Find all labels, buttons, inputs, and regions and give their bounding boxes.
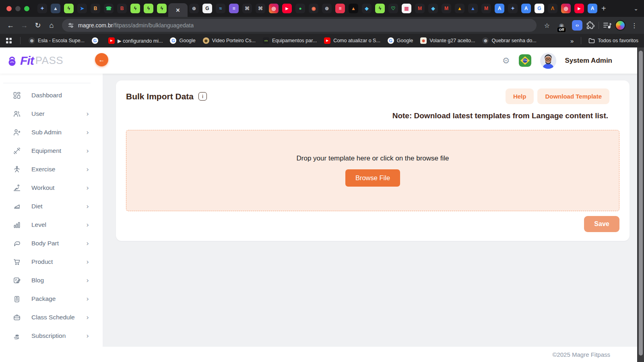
pinned-tab[interactable]: ⌘ [242, 4, 252, 13]
pinned-tab[interactable]: ▲ [349, 4, 358, 13]
pinned-tab[interactable]: M [442, 4, 451, 13]
sidebar-item-product[interactable]: Product › [0, 253, 103, 271]
pinned-tab[interactable]: ✦ [508, 4, 518, 13]
pinned-tab[interactable]: Λ [548, 4, 557, 13]
new-tab-button[interactable]: + [601, 4, 606, 13]
bookmark-item[interactable]: ⊕ Quebrar senha do... [482, 37, 536, 44]
bookmark-item[interactable]: G Google [170, 37, 195, 44]
browse-file-button[interactable]: Browse File [345, 169, 400, 187]
pinned-tab[interactable]: ϟ [157, 4, 167, 13]
page-scrollbar[interactable] [637, 47, 644, 362]
pinned-tab[interactable]: ▲ [51, 4, 60, 13]
sidebar-item-body-part[interactable]: Body Part › [0, 234, 103, 253]
sidebar-item-workout[interactable]: Workout › [0, 179, 103, 197]
pinned-tab[interactable]: ⊕ [322, 4, 332, 13]
pinned-tab[interactable]: G [535, 4, 544, 13]
pinned-tab[interactable]: ◉ [309, 4, 318, 13]
pinned-tab[interactable]: ▶ [574, 4, 584, 13]
bookmark-item[interactable]: ⊕ Esla - Escola Supe... [29, 37, 85, 44]
sidebar-item-exercise[interactable]: Exercise › [0, 160, 103, 179]
pinned-tab[interactable]: ϟ [375, 4, 385, 13]
pinned-tab[interactable]: ▶ [282, 4, 292, 13]
sidebar-item-level[interactable]: Level › [0, 216, 103, 234]
browser-menu-icon[interactable]: ⋮ [629, 22, 640, 29]
reload-button[interactable]: ↻ [31, 19, 44, 32]
bookmark-item[interactable]: ▶ Como atualizar o S... [324, 37, 380, 44]
fitpass-logo[interactable]: FitPASS [6, 54, 63, 68]
tab-overflow-chevron[interactable]: ⌄ [634, 5, 638, 12]
pinned-tab[interactable]: ♡ [388, 4, 398, 13]
pinned-tab[interactable]: ≡ [335, 4, 345, 13]
browser-profile-avatar[interactable] [615, 20, 625, 31]
bookmark-item[interactable]: ◉ Volante g27 aceito... [420, 37, 475, 44]
sidebar-item-class-schedule[interactable]: Class Schedule › [0, 308, 103, 327]
pinned-tab[interactable]: A [521, 4, 531, 13]
pinned-tab[interactable]: B [91, 4, 100, 13]
sidebar-collapse-button[interactable]: ← [95, 53, 108, 66]
user-avatar[interactable] [540, 53, 556, 69]
file-drop-zone[interactable]: Drop your template here or click on the … [126, 130, 619, 211]
settings-gear-icon[interactable]: ⚙ [502, 56, 510, 66]
pinned-tab[interactable]: B [117, 4, 127, 13]
scrollbar-thumb[interactable] [639, 51, 643, 356]
active-tab[interactable]: ✕ [168, 3, 188, 17]
pinned-tab[interactable]: M [481, 4, 491, 13]
pinned-tab[interactable]: M [415, 4, 425, 13]
sidebar-item-dashboard[interactable]: Dashboard [0, 86, 103, 105]
sidebar-item-sub-admin[interactable]: Sub Admin › [0, 123, 103, 142]
sidebar-item-subscription[interactable]: Subscription › [0, 327, 103, 345]
pinned-tab[interactable]: ◎ [269, 4, 279, 13]
pinned-tab[interactable]: G [202, 4, 212, 13]
save-button[interactable]: Save [584, 216, 619, 232]
bookmark-item[interactable]: ▶ ▶ configurando mi... [108, 37, 163, 44]
home-button[interactable]: ⌂ [45, 19, 58, 32]
all-favorites-button[interactable]: Todos os favoritos [588, 38, 638, 43]
pinned-tab[interactable]: ● [295, 4, 305, 13]
minimize-window-button[interactable] [15, 6, 21, 11]
pinned-tab[interactable]: ◆ [428, 4, 438, 13]
help-button[interactable]: Help [506, 88, 534, 104]
info-icon[interactable]: i [198, 92, 207, 101]
pinned-tab[interactable]: ▦ [402, 4, 411, 13]
pinned-tab[interactable]: ≡ [229, 4, 239, 13]
pinned-tab[interactable]: ϟ [64, 4, 74, 13]
bookmark-item[interactable]: olx Equipamentos par... [263, 37, 317, 44]
pinned-tab[interactable]: ◆ [362, 4, 372, 13]
extension-off-icon[interactable]: ◉ Off [556, 19, 567, 31]
fullscreen-window-button[interactable] [24, 6, 29, 11]
sidebar-item-blog[interactable]: Blog › [0, 271, 103, 290]
pinned-tab[interactable]: ϟ [144, 4, 153, 13]
pinned-tab[interactable]: ◎ [561, 4, 571, 13]
close-window-button[interactable] [6, 6, 12, 11]
pinned-tab[interactable]: ▲ [468, 4, 478, 13]
bookmark-item[interactable]: G [92, 37, 101, 44]
pinned-tab[interactable]: ⊕ [189, 4, 199, 13]
extensions-puzzle-icon[interactable] [586, 21, 594, 30]
tab-close-icon[interactable]: ✕ [176, 7, 180, 13]
sidebar-item-user[interactable]: User › [0, 105, 103, 123]
forward-button[interactable]: → [18, 19, 31, 32]
pinned-tab[interactable]: ≈ [216, 4, 225, 13]
bookmark-item[interactable]: ◉ Video Porteiro Cs... [203, 37, 256, 44]
bookmark-item[interactable]: G Google [388, 37, 413, 44]
media-controls-icon[interactable] [603, 22, 612, 29]
download-template-button[interactable]: Download Template [537, 88, 609, 104]
pinned-tab[interactable]: ϟ [130, 4, 140, 13]
bookmark-star-icon[interactable]: ☆ [541, 19, 553, 32]
pinned-tab[interactable]: ▲ [455, 4, 464, 13]
apps-grid-icon[interactable] [6, 37, 12, 44]
pinned-tab[interactable]: ➤ [77, 4, 87, 13]
sidebar-item-package[interactable]: Package › [0, 290, 103, 308]
extension-chat-icon[interactable]: ‹› [572, 20, 582, 31]
pinned-tab[interactable]: ✦ [37, 4, 47, 13]
brazil-flag-icon[interactable] [519, 54, 531, 67]
sidebar-item-diet[interactable]: Diet › [0, 197, 103, 216]
site-settings-icon[interactable] [68, 22, 74, 29]
sidebar-item-equipment[interactable]: Equipment › [0, 142, 103, 160]
pinned-tab[interactable]: ☎ [104, 4, 114, 13]
user-name[interactable]: System Admin [565, 57, 612, 65]
back-button[interactable]: ← [4, 19, 17, 32]
bookmarks-overflow-button[interactable]: » [570, 37, 574, 44]
pinned-tab[interactable]: A [495, 4, 504, 13]
address-bar[interactable]: magre.com.br/fitpass/admin/bulklanguaged… [62, 19, 537, 32]
